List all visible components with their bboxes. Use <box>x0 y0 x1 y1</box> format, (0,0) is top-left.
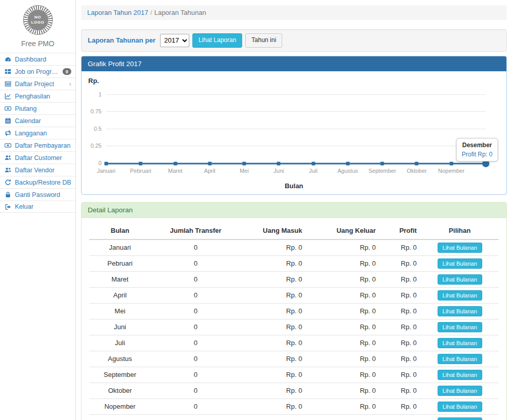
data-point-oktober[interactable] <box>415 162 419 165</box>
sidebar-item-ganti-password[interactable]: Ganti Password <box>0 188 75 201</box>
sidebar-item-label: Daftar Pembayaran <box>15 142 70 149</box>
table-cell-action: Lihat Bulanan <box>421 414 499 420</box>
lihat-bulanan-button[interactable]: Lihat Bulanan <box>438 243 482 253</box>
x-axis-tick: April <box>204 168 215 174</box>
table-cell: Rp. 0 <box>241 287 306 303</box>
table-cell: 0 <box>151 414 241 420</box>
logo-block: NO LOGO Free PMO <box>0 0 75 53</box>
lihat-bulanan-button[interactable]: Lihat Bulanan <box>438 290 482 301</box>
sidebar-item-keluar[interactable]: Keluar <box>0 201 75 213</box>
sidebar-item-daftar-pembayaran[interactable]: Daftar Pembayaran <box>0 139 75 151</box>
col-header-jumlah-transfer: Jumlah Transfer <box>151 222 241 239</box>
lihat-bulanan-button[interactable]: Lihat Bulanan <box>438 417 482 420</box>
table-cell: Rp. 0 <box>241 398 306 414</box>
table-cell: Rp. 0 <box>380 271 421 287</box>
table-cell: 0 <box>151 398 241 414</box>
data-point-juni[interactable] <box>277 162 281 165</box>
report-toolbar: Laporan Tahunan per 2017 Lihat Laporan T… <box>81 29 507 52</box>
toolbar-label: Laporan Tahunan per <box>88 36 155 44</box>
lock-icon <box>5 191 12 198</box>
sidebar-item-daftar-project[interactable]: Daftar Project‹ <box>0 77 75 90</box>
table-cell-action: Lihat Bulanan <box>421 351 499 367</box>
data-point-april[interactable] <box>208 162 211 165</box>
lihat-bulanan-button[interactable]: Lihat Bulanan <box>438 354 482 364</box>
sidebar-item-daftar-vendor[interactable]: Daftar Vendor <box>0 164 75 176</box>
sidebar-item-langganan[interactable]: Langganan <box>0 127 75 139</box>
gridline: 0.75 <box>106 111 486 112</box>
sidebar-item-daftar-customer[interactable]: Daftar Customer <box>0 151 75 164</box>
line-chart-icon <box>5 93 12 99</box>
table-cell: Rp. 0 <box>241 335 306 351</box>
app-window: NO LOGO Free PMO DashboardJob on Progres… <box>0 0 513 420</box>
table-cell: Pebruari <box>89 255 151 271</box>
lihat-bulanan-button[interactable]: Lihat Bulanan <box>438 402 482 412</box>
table-cell: Rp. 0 <box>306 335 380 351</box>
table-row: Pebruari0Rp. 0Rp. 0Rp. 0Lihat Bulanan <box>89 255 499 271</box>
lihat-laporan-button[interactable]: Lihat Laporan <box>192 33 242 48</box>
table-cell: Rp. 0 <box>306 383 380 398</box>
x-axis-tick: September <box>368 168 396 174</box>
sidebar-item-label: Daftar Project <box>15 81 54 88</box>
data-point-juli[interactable] <box>311 162 315 165</box>
data-point-nopember[interactable] <box>449 162 453 165</box>
sidebar-item-label: Keluar <box>15 203 33 210</box>
sidebar-item-label: Ganti Password <box>15 191 60 198</box>
gridline: 1 <box>106 94 486 95</box>
lihat-bulanan-button[interactable]: Lihat Bulanan <box>438 306 482 316</box>
lihat-bulanan-button[interactable]: Lihat Bulanan <box>438 370 482 380</box>
sidebar-item-label: Daftar Vendor <box>15 167 54 174</box>
data-point-agustus[interactable] <box>346 162 349 165</box>
table-cell: Agustus <box>89 351 151 367</box>
lihat-bulanan-button[interactable]: Lihat Bulanan <box>438 322 482 332</box>
tahun-ini-button[interactable]: Tahun ini <box>245 33 282 48</box>
table-cell: Rp. 0 <box>306 398 380 414</box>
table-row: Nopember0Rp. 0Rp. 0Rp. 0Lihat Bulanan <box>89 398 499 414</box>
sidebar-item-penghasilan[interactable]: Penghasilan <box>0 90 75 102</box>
table-row: Agustus0Rp. 0Rp. 0Rp. 0Lihat Bulanan <box>89 351 499 367</box>
table-cell: Rp. 0 <box>241 383 306 398</box>
table-cell-action: Lihat Bulanan <box>421 239 499 256</box>
table-cell: Rp. 0 <box>306 303 380 319</box>
sidebar-item-piutang[interactable]: Piutang <box>0 102 75 114</box>
table-cell-action: Lihat Bulanan <box>421 287 499 303</box>
table-cell: Rp. 0 <box>380 367 421 383</box>
table-cell-action: Lihat Bulanan <box>421 271 499 287</box>
lihat-bulanan-button[interactable]: Lihat Bulanan <box>438 274 482 285</box>
table-cell: Rp. 0 <box>380 335 421 351</box>
users-icon <box>5 167 12 173</box>
col-header-uang-keluar: Uang Keluar <box>306 222 380 239</box>
sidebar-item-calendar[interactable]: Calendar <box>0 114 75 127</box>
table-cell-action: Lihat Bulanan <box>421 383 499 398</box>
table-cell-action: Lihat Bulanan <box>421 303 499 319</box>
x-axis-tick: Januari <box>97 168 115 174</box>
table-row: Oktober0Rp. 0Rp. 0Rp. 0Lihat Bulanan <box>89 383 499 398</box>
col-header-uang-masuk: Uang Masuk <box>241 222 306 239</box>
data-point-pebruari[interactable] <box>139 162 143 165</box>
sidebar-item-dashboard[interactable]: Dashboard <box>0 53 75 65</box>
data-point-mei[interactable] <box>243 162 246 165</box>
dashboard-icon <box>5 56 12 63</box>
main-content: Laporan Tahun 2017/Laporan Tahunan Lapor… <box>76 0 513 420</box>
year-select[interactable]: 2017 <box>160 34 189 47</box>
sidebar-item-job-on-progress[interactable]: Job on Progress0 <box>0 65 75 77</box>
sidebar-item-backup-restore-db[interactable]: Backup/Restore DB <box>0 176 75 188</box>
data-point-september[interactable] <box>381 162 384 165</box>
table-header-row: Bulan Jumlah Transfer Uang Masuk Uang Ke… <box>89 222 499 239</box>
breadcrumb-link-laporan-tahun[interactable]: Laporan Tahun 2017 <box>87 9 148 16</box>
table-cell: Rp. 0 <box>241 303 306 319</box>
tooltip-title: Desember <box>462 142 492 149</box>
col-header-pilihan: Pilihan <box>421 222 499 239</box>
lihat-bulanan-button[interactable]: Lihat Bulanan <box>438 386 482 396</box>
lihat-bulanan-button[interactable]: Lihat Bulanan <box>438 258 482 269</box>
table-row: Maret0Rp. 0Rp. 0Rp. 0Lihat Bulanan <box>89 271 499 287</box>
list-icon <box>5 68 12 75</box>
data-point-januari[interactable] <box>105 162 108 165</box>
table-cell: Rp. 0 <box>241 367 306 383</box>
table-cell-action: Lihat Bulanan <box>421 367 499 383</box>
table-cell: Rp. 0 <box>380 398 421 414</box>
data-point-maret[interactable] <box>173 162 177 165</box>
x-axis-tick: Oktober <box>407 168 427 174</box>
table-cell: Rp. 0 <box>306 239 380 256</box>
lihat-bulanan-button[interactable]: Lihat Bulanan <box>438 338 482 348</box>
gridline: 0.5 <box>106 129 486 129</box>
